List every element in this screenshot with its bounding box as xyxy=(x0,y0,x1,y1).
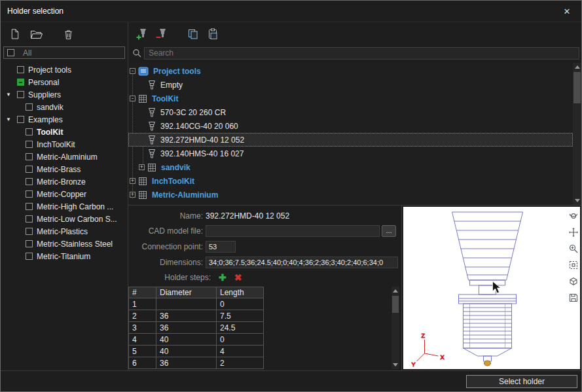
cad-model-input[interactable] xyxy=(206,225,380,237)
table-row[interactable]: 3 36 24.5 xyxy=(129,322,264,334)
cell-diameter[interactable]: 36 xyxy=(156,357,217,369)
sidebar-item-metric-brass[interactable]: Metric-Brass xyxy=(1,163,128,175)
tree-item-inchtoolkit[interactable]: + InchToolKit xyxy=(128,174,573,188)
tree-item-sandvik[interactable]: + sandvik xyxy=(128,160,573,174)
delete-library-button[interactable] xyxy=(61,27,75,41)
scroll-up-icon[interactable] xyxy=(573,63,581,71)
tree-item-empty[interactable]: Empty xyxy=(128,78,573,92)
pan-view-icon[interactable] xyxy=(568,226,579,238)
scroll-up-icon[interactable] xyxy=(391,287,399,295)
checkbox[interactable] xyxy=(26,240,33,247)
all-checkbox[interactable] xyxy=(7,49,14,56)
sidebar-item-metric-bronze[interactable]: Metric-Bronze xyxy=(1,175,128,188)
tree-item-392-140hms[interactable]: 392.140HMS-40 16 027 xyxy=(128,147,573,160)
paste-holder-button[interactable] xyxy=(206,27,220,41)
scroll-down-icon[interactable] xyxy=(573,196,581,205)
dimensions-input[interactable] xyxy=(206,257,398,268)
remove-holder-button[interactable] xyxy=(155,27,169,41)
cell-length[interactable]: 0 xyxy=(217,298,264,310)
chevron-down-icon[interactable]: ▼ xyxy=(6,114,17,125)
cell-length[interactable]: 4 xyxy=(217,346,264,357)
fit-view-icon[interactable] xyxy=(568,259,579,270)
tree-item-392-272hmd[interactable]: 392.272HMD-40 12 052 xyxy=(128,133,573,147)
table-row[interactable]: 4 40 0 xyxy=(129,334,264,346)
browse-button[interactable]: ... xyxy=(382,225,396,237)
collapse-icon[interactable]: - xyxy=(130,68,136,74)
cell-diameter[interactable]: 36 xyxy=(156,322,217,334)
checkbox-partial[interactable] xyxy=(17,79,24,86)
sidebar-item-metric-low-carbon[interactable]: Metric-Low Carbon S... xyxy=(1,213,128,225)
tree-item-570-3c[interactable]: 570-3C 20 260 CR xyxy=(128,105,573,119)
connection-point-input[interactable] xyxy=(206,241,236,253)
tree-scrollbar[interactable] xyxy=(573,63,581,205)
cell-length[interactable]: 0 xyxy=(217,334,264,346)
sidebar-item-toolkit[interactable]: ToolKit xyxy=(1,126,128,138)
cell-number[interactable]: 1 xyxy=(129,298,156,310)
table-row[interactable]: 6 36 2 xyxy=(129,357,264,369)
checkbox[interactable] xyxy=(26,178,33,185)
chevron-down-icon[interactable]: ▼ xyxy=(6,89,17,100)
sidebar-item-metric-copper[interactable]: Metric-Copper xyxy=(1,188,128,200)
sidebar-item-sandvik[interactable]: sandvik xyxy=(1,101,128,113)
collapse-icon[interactable]: - xyxy=(130,96,136,101)
sidebar-item-suppliers[interactable]: ▼ Suppliers xyxy=(1,88,128,101)
cell-number[interactable]: 3 xyxy=(129,322,156,334)
tree-item-project-tools[interactable]: - Project tools xyxy=(128,64,573,78)
cell-length[interactable]: 24.5 xyxy=(217,322,264,334)
sidebar-item-inchtoolkit[interactable]: InchToolKit xyxy=(1,138,128,151)
shaded-view-icon[interactable] xyxy=(568,276,579,287)
checkbox[interactable] xyxy=(26,215,33,223)
expand-icon[interactable]: + xyxy=(130,192,136,198)
cell-diameter[interactable]: 40 xyxy=(156,334,217,346)
checkbox[interactable] xyxy=(26,128,33,135)
checkbox[interactable] xyxy=(17,91,24,98)
filter-all-box[interactable]: All xyxy=(3,46,125,59)
sidebar-item-metric-titanium[interactable]: Metric-Titanium xyxy=(1,250,128,262)
checkbox[interactable] xyxy=(26,190,33,198)
sidebar-item-metric-plastics[interactable]: Metric-Plastics xyxy=(1,225,128,238)
sidebar-item-metric-high-carbon[interactable]: Metric-High Carbon ... xyxy=(1,200,128,213)
col-number[interactable]: # xyxy=(129,287,156,298)
cell-number[interactable]: 5 xyxy=(129,346,156,357)
sidebar-item-project-tools[interactable]: Project tools xyxy=(1,63,128,76)
cell-diameter[interactable] xyxy=(156,298,217,310)
select-holder-button[interactable]: Select holder xyxy=(466,375,577,388)
table-scrollbar[interactable] xyxy=(391,287,399,369)
add-holder-button[interactable] xyxy=(135,27,149,41)
copy-holder-button[interactable] xyxy=(186,27,200,41)
add-step-icon[interactable]: ✚ xyxy=(219,272,227,283)
checkbox[interactable] xyxy=(26,103,33,111)
scrollbar-thumb[interactable] xyxy=(573,72,581,103)
cell-number[interactable]: 6 xyxy=(129,357,156,369)
cell-number[interactable]: 2 xyxy=(129,310,156,322)
checkbox[interactable] xyxy=(26,153,33,160)
checkbox[interactable] xyxy=(26,203,33,210)
zoom-view-icon[interactable] xyxy=(568,243,579,254)
sidebar-item-metric-aluminium[interactable]: Metric-Aluminium xyxy=(1,151,128,163)
new-library-button[interactable] xyxy=(7,27,22,41)
table-row[interactable]: 5 40 4 xyxy=(129,346,264,357)
holder-3d-viewport[interactable]: Z Y X xyxy=(403,207,580,369)
cell-diameter[interactable]: 36 xyxy=(156,310,217,322)
col-diameter[interactable]: Diameter xyxy=(156,287,217,298)
checkbox[interactable] xyxy=(26,253,33,260)
expand-icon[interactable]: + xyxy=(130,178,136,184)
expand-icon[interactable]: + xyxy=(139,164,145,170)
orbit-view-icon[interactable] xyxy=(568,210,579,221)
tree-item-metric-aluminium[interactable]: + Metric-Aluminium xyxy=(128,188,573,202)
scroll-down-icon[interactable] xyxy=(391,361,399,369)
save-view-icon[interactable] xyxy=(568,292,579,303)
checkbox[interactable] xyxy=(17,116,24,123)
scrollbar-thumb[interactable] xyxy=(392,296,399,313)
delete-step-icon[interactable]: ✖ xyxy=(234,272,242,283)
close-icon[interactable]: ✕ xyxy=(559,4,575,18)
tree-item-392-140cg[interactable]: 392.140CG-40 20 060 xyxy=(128,119,573,133)
cell-length[interactable]: 2 xyxy=(217,357,264,369)
cell-length[interactable]: 7.5 xyxy=(217,310,264,322)
cell-diameter[interactable]: 40 xyxy=(156,346,217,357)
table-row[interactable]: 1 0 xyxy=(129,298,264,310)
table-row[interactable]: 2 36 7.5 xyxy=(129,310,264,322)
sidebar-item-personal[interactable]: Personal xyxy=(1,76,128,88)
checkbox[interactable] xyxy=(26,228,33,235)
open-library-button[interactable] xyxy=(29,27,44,41)
